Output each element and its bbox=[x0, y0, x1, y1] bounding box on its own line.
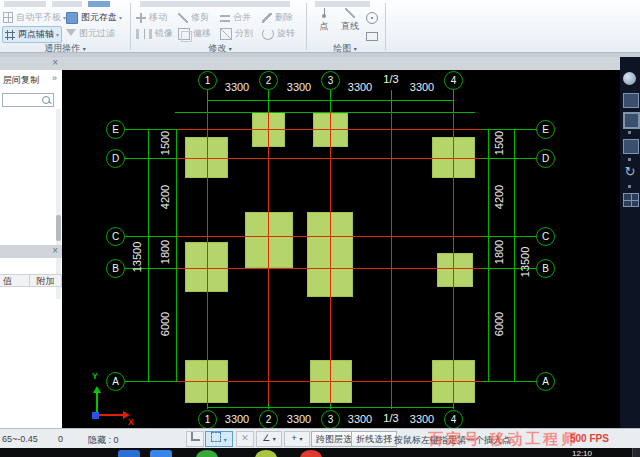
show-desktop-button[interactable] bbox=[632, 448, 640, 457]
overall-dimension-text: 13500 bbox=[519, 247, 531, 278]
axis-bubble[interactable]: D bbox=[106, 149, 125, 168]
top-overall-line bbox=[175, 112, 475, 113]
axis-bubble[interactable]: A bbox=[536, 372, 555, 391]
save-icon bbox=[66, 12, 78, 24]
overall-dimension-text: 13500 bbox=[131, 242, 143, 273]
drawing-canvas[interactable]: 3300 3300 3300 3300 3300 3300 3300 3300 … bbox=[62, 57, 620, 428]
point-tool-button[interactable]: 点 bbox=[312, 8, 336, 33]
dimension-text: 3300 bbox=[348, 413, 372, 425]
trim-button[interactable]: 修剪 bbox=[178, 10, 209, 25]
axis-bubble[interactable]: 3 bbox=[321, 410, 340, 428]
orbit-view-icon[interactable] bbox=[623, 72, 636, 85]
axis-bubble[interactable]: 1 bbox=[198, 71, 217, 90]
dimension-text: 6000 bbox=[493, 312, 505, 336]
scrollbar-thumb[interactable] bbox=[56, 215, 61, 241]
panel-scrollbar[interactable] bbox=[56, 109, 61, 299]
axis-bubble[interactable]: 4 bbox=[444, 71, 463, 90]
chevron-down-icon: ▾ bbox=[119, 14, 122, 21]
axis-bubble[interactable]: 4 bbox=[444, 410, 463, 428]
auto-align-slab-button[interactable]: 自动平齐板 ▾ bbox=[3, 10, 66, 25]
hidden-count: 隐藏 : 0 bbox=[88, 434, 119, 447]
line-tool-label: 直线 bbox=[341, 21, 359, 31]
dropdown-dot-icon[interactable] bbox=[628, 131, 631, 134]
axis-label-1-3[interactable]: 1/3 bbox=[383, 73, 398, 85]
split-button[interactable]: 分割 bbox=[220, 26, 253, 41]
dimension-text: 3300 bbox=[410, 81, 434, 93]
rotate-button[interactable]: 旋转 bbox=[262, 26, 295, 41]
search-input[interactable] bbox=[2, 93, 54, 107]
ucs-y-label: Y bbox=[92, 371, 98, 381]
taskbar-app-icon[interactable] bbox=[196, 450, 218, 457]
axis-bubble[interactable]: 3 bbox=[321, 71, 340, 90]
rect-select-toggle[interactable]: ▾ bbox=[205, 431, 233, 447]
search-icon bbox=[42, 96, 50, 104]
deselect-toggle[interactable]: ✕ bbox=[236, 431, 254, 447]
axis-bubble[interactable]: C bbox=[106, 227, 125, 246]
iso-view-icon[interactable] bbox=[623, 93, 639, 108]
cube-view-icon[interactable] bbox=[623, 139, 639, 154]
eraser-icon bbox=[262, 13, 272, 23]
circle-icon bbox=[366, 12, 378, 24]
line-tool-button[interactable]: 直线 bbox=[338, 8, 362, 33]
axis-bubble[interactable]: C bbox=[536, 227, 555, 246]
axis-bubble[interactable]: D bbox=[536, 149, 555, 168]
dropdown-dot-icon[interactable] bbox=[628, 185, 631, 188]
elevation-range: 65~-0.45 bbox=[2, 434, 38, 444]
table-view-icon[interactable] bbox=[623, 193, 639, 207]
right-dimension-line bbox=[488, 129, 489, 381]
move-button[interactable]: 移动 bbox=[136, 10, 167, 25]
axis-bubble[interactable]: 1 bbox=[198, 410, 217, 428]
canvas-top-strip bbox=[62, 57, 620, 70]
dimension-text: 1800 bbox=[159, 240, 171, 264]
axis-bubble[interactable]: 2 bbox=[259, 410, 278, 428]
close-icon[interactable]: × bbox=[52, 245, 58, 257]
grid-icon bbox=[3, 12, 13, 23]
offset-button[interactable]: 偏移 bbox=[178, 26, 211, 41]
mirror-button[interactable]: 镜像 bbox=[136, 26, 173, 41]
element-filter-button[interactable]: 图元过滤 bbox=[66, 26, 115, 41]
axis-bubble[interactable]: A bbox=[106, 372, 125, 391]
view-tool-strip: ↻ bbox=[620, 57, 640, 428]
delete-button[interactable]: 删除 bbox=[262, 10, 293, 25]
polyline-select-button[interactable]: 折线选择 bbox=[351, 431, 397, 447]
attach-column-header: 附加 bbox=[29, 274, 62, 287]
column[interactable] bbox=[245, 212, 293, 268]
two-point-aux-axis-button[interactable]: 两点辅轴 ▾ bbox=[2, 26, 62, 43]
box-view-icon[interactable] bbox=[623, 112, 640, 129]
dimension-text: 3300 bbox=[287, 81, 311, 93]
chevron-down-icon: ▾ bbox=[224, 437, 227, 443]
ortho-toggle[interactable] bbox=[186, 431, 204, 447]
angle-toggle[interactable]: ∠ ▾ bbox=[256, 431, 282, 447]
taskbar-clock: 12:10 bbox=[572, 449, 592, 457]
merge-button[interactable]: 合并 bbox=[220, 10, 251, 25]
snap-toggle[interactable]: + ▾ bbox=[284, 431, 310, 447]
value-column-header: 值 bbox=[0, 274, 30, 287]
column[interactable] bbox=[437, 253, 473, 287]
axis-label-1-3[interactable]: 1/3 bbox=[383, 412, 398, 424]
taskbar-app-icon[interactable] bbox=[150, 450, 172, 457]
bottom-dimension-line bbox=[207, 407, 453, 408]
element-save-button[interactable]: 图元存盘 ▾ bbox=[66, 10, 122, 25]
circle-tool-button[interactable] bbox=[366, 10, 381, 28]
taskbar-app-icon[interactable] bbox=[255, 450, 277, 457]
red-grid-line bbox=[178, 236, 482, 237]
windows-taskbar: 12:10 bbox=[0, 448, 640, 457]
taskbar-app-icon[interactable] bbox=[300, 450, 322, 457]
axis-bubble[interactable]: E bbox=[106, 120, 125, 139]
axis-bubble[interactable]: B bbox=[106, 259, 125, 278]
taskbar-app-icon[interactable] bbox=[118, 450, 140, 457]
close-icon[interactable]: × bbox=[52, 57, 58, 69]
red-grid-line bbox=[207, 112, 208, 404]
axis-bubble[interactable]: 2 bbox=[259, 71, 278, 90]
ribbon-separator bbox=[130, 3, 131, 50]
ucs-x-label: X bbox=[128, 417, 134, 427]
rotate-view-icon[interactable]: ↻ bbox=[623, 165, 637, 179]
dropdown-dot-icon[interactable] bbox=[628, 158, 631, 161]
line-icon bbox=[345, 8, 355, 18]
split-icon bbox=[220, 28, 232, 40]
axis-bubble[interactable]: B bbox=[536, 259, 555, 278]
axis-bubble[interactable]: E bbox=[536, 120, 555, 139]
dimension-text: 4200 bbox=[493, 185, 505, 209]
chevron-right-icon[interactable]: » bbox=[52, 73, 57, 83]
interlayer-copy-button[interactable]: 层间复制 bbox=[3, 74, 39, 87]
